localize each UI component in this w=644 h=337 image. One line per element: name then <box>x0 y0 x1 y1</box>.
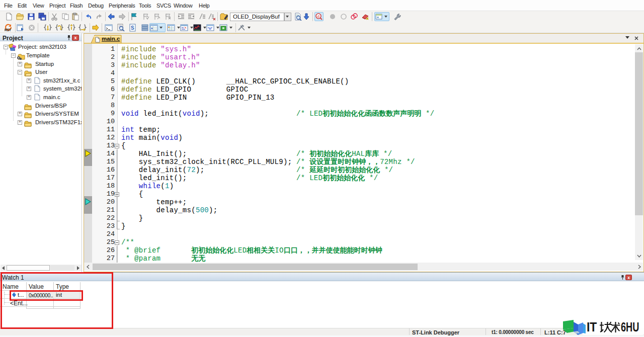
svg-text:RST: RST <box>5 28 11 32</box>
svg-text:d: d <box>317 14 319 19</box>
svg-text:S: S <box>131 25 134 31</box>
